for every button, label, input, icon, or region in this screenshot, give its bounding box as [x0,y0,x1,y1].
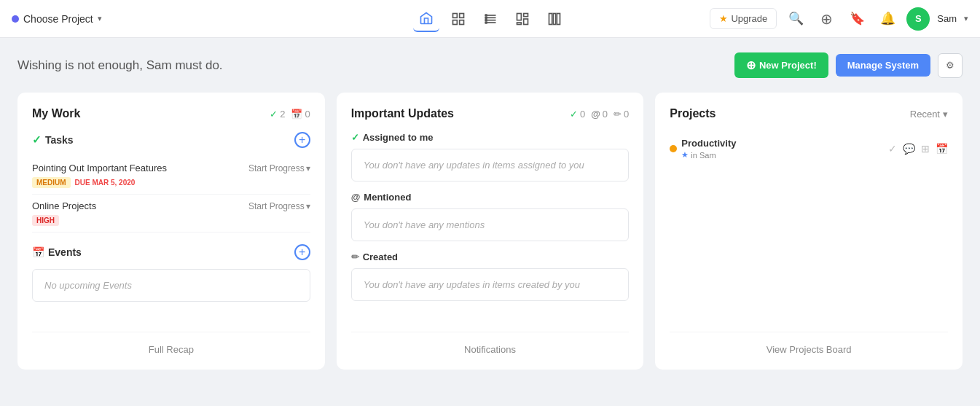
assigned-empty-box: You don't have any updates in items assi… [351,149,630,181]
updates-check-meta: ✓ 0 [570,109,585,120]
new-project-button[interactable]: ⊕ New Project! [734,52,828,78]
svg-rect-10 [485,19,487,21]
at-icon: @ [591,109,600,120]
important-updates-card: Important Updates ✓ 0 @ 0 ✏ 0 [337,93,644,370]
search-button[interactable]: 🔍 [784,7,807,31]
task-priority-tag: MEDIUM [32,177,71,188]
svg-rect-1 [459,13,463,17]
notifications-button[interactable]: 🔔 [876,7,899,31]
project-calendar-icon[interactable]: 📅 [936,143,948,155]
project-left: Productivity ★ in Sam [670,138,736,160]
topnav-right-actions: ★ Upgrade 🔍 ⊕ 🔖 🔔 S Sam ▾ [710,7,968,31]
mentioned-label: Mentioned [364,192,411,203]
recent-chevron-icon: ▾ [943,109,948,120]
recent-dropdown[interactable]: Recent ▾ [910,109,948,120]
projects-title: Projects [670,107,716,120]
task-name: Pointing Out Important Features [32,163,167,173]
updates-footer[interactable]: Notifications [351,332,630,355]
project-actions: ✓ 💬 ⊞ 📅 [888,143,948,155]
svg-rect-15 [517,23,521,25]
user-menu-chevron-icon[interactable]: ▾ [964,14,968,23]
gear-icon: ⚙ [946,60,954,71]
task-row: Pointing Out Important Features Start Pr… [32,163,310,173]
my-work-header: My Work ✓ 2 📅 0 [32,107,310,120]
start-progress-button[interactable]: Start Progress ▾ [248,163,310,173]
events-section: 📅 Events + No upcoming Events [32,244,310,302]
assigned-section: ✓ Assigned to me You don't have any upda… [351,132,630,181]
add-task-button[interactable]: + [294,132,310,148]
assigned-empty-text: You don't have any updates in items assi… [364,160,584,171]
upgrade-button[interactable]: ★ Upgrade [710,8,777,29]
project-info: Productivity ★ in Sam [681,138,736,160]
link-icon: ✏ [614,109,622,120]
user-avatar[interactable]: S [906,7,930,31]
user-name-label[interactable]: Sam [937,13,957,24]
settings-button[interactable]: ⚙ [938,53,963,78]
assigned-section-title: ✓ Assigned to me [351,132,630,143]
my-work-card: My Work ✓ 2 📅 0 ✓ Tasks [17,93,325,370]
projects-footer[interactable]: View Projects Board [670,332,948,355]
home-icon [419,11,434,26]
task-name: Online Projects [32,200,96,211]
created-section-title: ✏ Created [351,251,630,262]
columns-icon [547,12,562,26]
view-projects-board-label: View Projects Board [767,344,852,355]
manage-system-button[interactable]: Manage System [836,54,930,77]
project-workspace: in Sam [691,151,716,160]
svg-rect-8 [485,14,487,16]
page-motto: Wishing is not enough, Sam must do. [17,58,223,73]
mentioned-section-title: @ Mentioned [351,192,630,203]
svg-rect-2 [452,20,457,24]
updates-check-count: 0 [580,109,585,120]
svg-rect-9 [485,16,487,18]
task-row: Online Projects Start Progress ▾ [32,200,310,211]
pencil-icon: ✏ [351,251,359,262]
chevron-down-icon: ▾ [306,201,310,211]
page-header: Wishing is not enough, Sam must do. ⊕ Ne… [17,52,963,78]
svg-rect-11 [485,21,487,23]
project-table-icon[interactable]: ⊞ [921,143,930,155]
new-project-label: New Project! [759,60,817,71]
star-small-icon: ★ [681,150,689,160]
start-progress-button[interactable]: Start Progress ▾ [248,201,310,211]
manage-system-label: Manage System [847,60,919,71]
my-work-footer[interactable]: Full Recap [32,332,310,355]
svg-rect-18 [557,13,560,24]
bookmark-button[interactable]: 🔖 [845,7,869,31]
recent-label: Recent [910,109,940,120]
full-recap-label: Full Recap [149,344,194,355]
check-icon: ✓ [32,133,42,147]
chevron-down-icon: ▾ [306,163,310,173]
add-event-button[interactable]: + [294,244,310,260]
notifications-label: Notifications [464,344,516,355]
nav-columns-button[interactable] [541,6,568,32]
nav-home-button[interactable] [413,6,439,32]
my-work-cal-count: 0 [305,109,310,120]
no-events-box: No upcoming Events [32,269,310,302]
my-work-meta: ✓ 2 📅 0 [270,109,310,120]
start-progress-label: Start Progress [248,201,305,211]
nav-dashboard-button[interactable] [509,6,536,32]
task-tags: MEDIUM DUE MAR 5, 2020 [32,177,310,188]
nav-list-button[interactable] [477,6,503,32]
mentioned-section: @ Mentioned You don't have any mentions [351,192,630,241]
my-work-check-count: 2 [280,109,285,120]
start-progress-label: Start Progress [248,163,305,173]
check-circle-icon: ✓ [570,109,578,120]
project-chat-icon[interactable]: 💬 [903,143,915,155]
updates-link-count: 0 [624,109,629,120]
dashboard-columns: My Work ✓ 2 📅 0 ✓ Tasks [17,93,963,370]
project-sub: ★ in Sam [681,150,736,160]
check-circle-icon: ✓ [270,109,278,120]
updates-at-meta: @ 0 [591,109,608,120]
list-icon [483,12,498,26]
project-check-icon[interactable]: ✓ [888,143,897,155]
created-empty-box: You don't have any updates in items crea… [351,268,630,301]
nav-grid-button[interactable] [445,6,471,32]
important-updates-header: Important Updates ✓ 0 @ 0 ✏ 0 [351,107,630,120]
tasks-section-header: ✓ Tasks + [32,132,310,148]
at-icon: @ [351,192,361,203]
choose-project-dropdown[interactable]: Choose Project ▾ [12,13,102,25]
check-circle-icon: ✓ [351,132,359,143]
add-button[interactable]: ⊕ [815,7,838,31]
